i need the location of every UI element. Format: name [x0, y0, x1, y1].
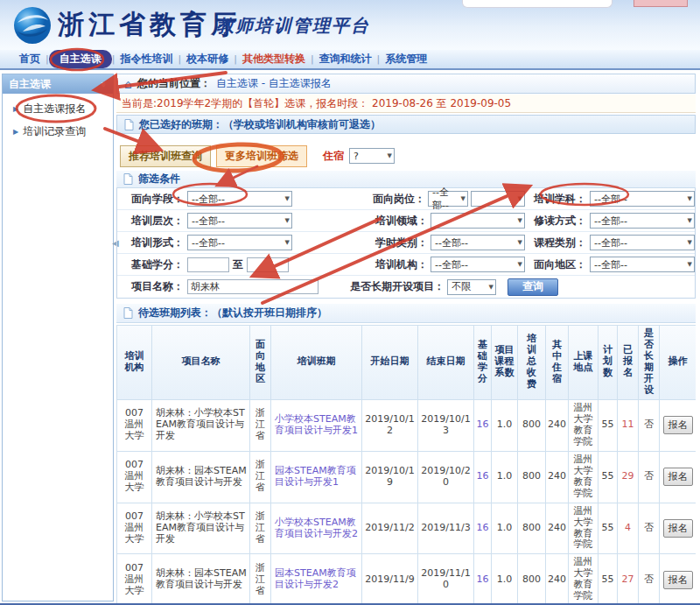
- training-field-select[interactable]: ▼: [430, 213, 525, 229]
- cell-location: 温州大学教育学院: [569, 452, 598, 503]
- course-category-select[interactable]: --全部--▼: [590, 235, 695, 250]
- list-section-header: 待选班期列表：（默认按开班日期排序）: [116, 304, 696, 323]
- collapse-icon[interactable]: »: [98, 81, 109, 87]
- table-header-row: 培训机构 项目名称 面向地区 培训班期 开始日期 结束日期 基础学分 项目课程系…: [117, 326, 696, 400]
- lodging-select[interactable]: ? ▼: [349, 148, 395, 164]
- post-select[interactable]: --全部--▼: [428, 191, 468, 207]
- sidebar-title: 自主选课: [9, 77, 51, 92]
- cutoff-button: [634, 0, 688, 7]
- sidebar-header[interactable]: 自主选课 »: [3, 74, 113, 94]
- cell-org: 007温州大学: [117, 452, 152, 503]
- col-header: 计划数: [598, 326, 618, 400]
- cell-project: 胡来林：小学校本STEAM教育项目设计与开发: [152, 503, 250, 555]
- school-stage-select[interactable]: --全部--▼: [187, 191, 292, 207]
- list-section-title: 待选班期列表：（默认按开班日期排序）: [138, 306, 327, 320]
- nav-item-directive-training[interactable]: 指令性培训: [115, 51, 178, 67]
- cell-enrolled: 11: [618, 400, 639, 452]
- nav-item-home[interactable]: 首页: [14, 51, 46, 67]
- cell-lodging: 240: [546, 503, 569, 555]
- nav-item-other-type[interactable]: 其他类型转换: [237, 51, 311, 67]
- credits-link[interactable]: 16: [474, 503, 492, 555]
- cell-lodging: 240: [546, 452, 569, 503]
- credits-link[interactable]: 16: [474, 400, 492, 452]
- label-course-category: 课程类别：: [525, 236, 586, 250]
- nav-item-school-research[interactable]: 校本研修: [181, 51, 234, 67]
- cell-planned: 55: [598, 503, 618, 555]
- cell-action: 报名: [660, 400, 696, 452]
- filter-row: 面向学段： --全部--▼ 面向岗位： --全部--▼ ▼ 培训学科： --全部…: [117, 188, 695, 210]
- post-sub-select[interactable]: ▼: [471, 191, 525, 207]
- cell-planned: 55: [598, 554, 618, 603]
- chevron-down-icon: ▼: [518, 239, 522, 246]
- study-mode-select[interactable]: --全部--▼: [590, 213, 695, 229]
- cell-project: 胡来林：小学校本STEAM教育项目设计与开发: [152, 400, 250, 452]
- home-icon: ⌂: [124, 78, 132, 90]
- cell-planned: 55: [598, 452, 618, 503]
- cell-start-date: 2019/10/12: [362, 400, 418, 452]
- label-region: 面向地区：: [525, 257, 586, 272]
- apply-button[interactable]: 报名: [663, 571, 693, 589]
- long-term-select[interactable]: 不限▼: [447, 279, 496, 295]
- filter-row: 培训形式： --全部--▼ 学时类别： --全部--▼ 课程类别： --全部--…: [117, 232, 695, 254]
- col-header: 项目名称: [152, 326, 250, 400]
- session-link[interactable]: 园本STEAM教育项目设计与开发1: [271, 452, 362, 503]
- credits-min-input[interactable]: [187, 257, 229, 272]
- chevron-down-icon: ▼: [688, 217, 692, 224]
- round-notice: 当前是:2019学年2学期的【首轮】选课，报名时段： 2019-08-26 至 …: [116, 95, 696, 113]
- cell-fee: 800: [518, 400, 546, 452]
- sidebar-item-enroll[interactable]: ▶ 自主选课报名: [3, 94, 113, 116]
- sidebar-item-label: 培训记录查询: [23, 124, 86, 139]
- nav-item-query-stats[interactable]: 查询和统计: [314, 51, 377, 67]
- cell-region: 浙江省: [250, 554, 271, 603]
- sidebar-item-records[interactable]: ▶ 培训记录查询: [3, 116, 113, 139]
- chevron-down-icon: ▼: [518, 261, 522, 268]
- chevron-down-icon: ▼: [285, 195, 290, 202]
- col-header: 培训班期: [271, 326, 362, 400]
- region-select[interactable]: --全部--▼: [590, 257, 695, 272]
- search-button[interactable]: 查询: [508, 278, 558, 296]
- sessions-table: 培训机构 项目名称 面向地区 培训班期 开始日期 结束日期 基础学分 项目课程系…: [116, 325, 696, 603]
- hours-category-select[interactable]: --全部--▼: [430, 235, 525, 250]
- cell-lodging: 240: [546, 554, 569, 603]
- institution-select[interactable]: --全部--▼: [430, 257, 525, 272]
- tab-recommend-query[interactable]: 推荐培训班查询: [120, 145, 211, 167]
- col-header: 结束日期: [418, 326, 474, 400]
- chevron-down-icon: ▼: [518, 217, 522, 224]
- cell-start-date: 2019/10/19: [362, 452, 418, 503]
- filter-row: 基础学分： 至 培训机构： --全部--▼ 面向地区： --全部--▼: [117, 254, 695, 276]
- cell-coeff: 1.0: [492, 452, 518, 503]
- training-form-select[interactable]: --全部--▼: [187, 235, 292, 250]
- credits-link[interactable]: 16: [474, 554, 492, 603]
- sidebar-item-label: 自主选课报名: [23, 102, 86, 116]
- cell-org: 007温州大学: [117, 400, 152, 452]
- cell-location: 温州大学教育学院: [569, 400, 598, 452]
- app-window: 浙江省教育厅 教师培训管理平台 首页 自主选课 指令性培训 校本研修 其他类型转…: [0, 0, 700, 605]
- filter-section-title: 筛选条件: [138, 172, 180, 186]
- session-link[interactable]: 园本STEAM教育项目设计与开发2: [271, 554, 362, 603]
- breadcrumb-path[interactable]: 自主选课 - 自主选课报名: [216, 76, 332, 91]
- label-subject: 培训学科：: [525, 192, 586, 207]
- credits-max-input[interactable]: [247, 257, 289, 272]
- project-name-input[interactable]: [187, 279, 318, 294]
- training-level-select[interactable]: --全部--▼: [187, 213, 292, 229]
- apply-button[interactable]: 报名: [663, 416, 693, 434]
- credits-link[interactable]: 16: [474, 452, 492, 503]
- apply-button[interactable]: 报名: [663, 519, 693, 538]
- nav-item-system[interactable]: 系统管理: [380, 51, 432, 67]
- session-link[interactable]: 小学校本STEAM教育项目设计与开发1: [271, 400, 362, 452]
- document-icon: [123, 173, 133, 185]
- tab-more-filter[interactable]: 更多培训班筛选: [216, 145, 307, 167]
- subject-select[interactable]: --全部--▼: [590, 191, 695, 207]
- cell-fee: 800: [518, 452, 546, 503]
- breadcrumb: ⌂ 您的当前位置： 自主选课 - 自主选课报名: [116, 74, 696, 94]
- sidebar: 自主选课 » ▶ 自主选课报名 ▶ 培训记录查询: [2, 74, 114, 601]
- chevron-down-icon: ▼: [285, 239, 290, 246]
- apply-button[interactable]: 报名: [663, 468, 693, 486]
- session-link[interactable]: 小学校本STEAM教育项目设计与开发2: [271, 503, 362, 555]
- main-nav: 首页 自主选课 指令性培训 校本研修 其他类型转换 查询和统计 系统管理: [0, 50, 700, 70]
- platform-title: 教师培训管理平台: [216, 14, 370, 38]
- cell-end-date: 2019/11/10: [418, 554, 474, 603]
- col-header: 已报名: [618, 326, 639, 400]
- cell-project: 胡来林：园本STEAM教育项目设计与开发: [152, 554, 250, 603]
- nav-item-self-course[interactable]: 自主选课: [49, 50, 112, 68]
